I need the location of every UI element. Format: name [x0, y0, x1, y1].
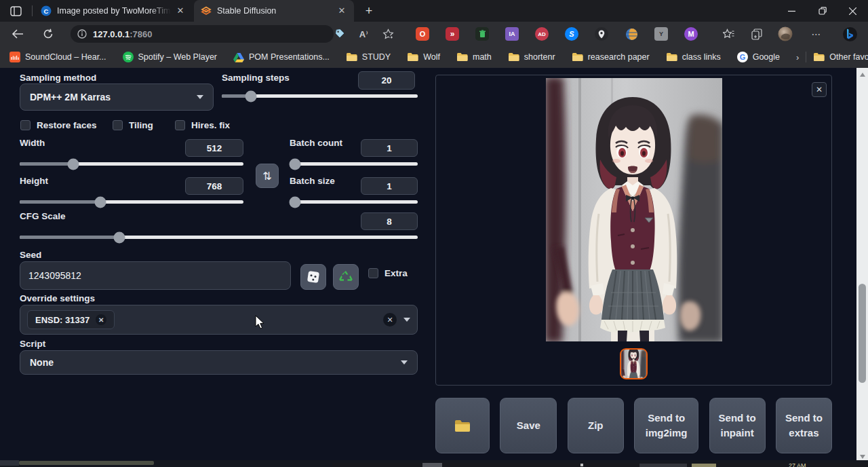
bookmark-study[interactable]: STUDY: [346, 52, 391, 62]
sampling-steps-value[interactable]: 20: [358, 71, 415, 90]
favorite-star-icon[interactable]: [380, 26, 395, 41]
chevron-down-icon[interactable]: [403, 318, 410, 322]
send-to-extras-button[interactable]: Send to extras: [776, 398, 832, 453]
bookmark-spotify[interactable]: Spotify – Web Player: [123, 52, 218, 62]
screen: C Image posted by TwoMoreTimes ✕ Stable …: [0, 0, 868, 467]
bookmark-math[interactable]: math: [456, 52, 492, 62]
back-icon[interactable]: [10, 26, 25, 41]
bookmark-shortenr[interactable]: shortenr: [508, 52, 555, 62]
taskbar-app-icon[interactable]: [422, 463, 442, 467]
collections-add-icon[interactable]: [749, 26, 764, 41]
extra-checkbox[interactable]: [368, 268, 378, 278]
slider-knob[interactable]: [289, 196, 300, 208]
override-settings-box[interactable]: ENSD: 31337 ✕ ✕: [20, 305, 418, 335]
bing-copilot-icon[interactable]: [841, 26, 859, 41]
hires-fix-option[interactable]: Hires. fix: [175, 120, 230, 130]
tab-close-icon[interactable]: ✕: [175, 5, 186, 16]
minimize-button[interactable]: [776, 0, 807, 22]
folder-icon: [666, 52, 677, 62]
extension-o-icon[interactable]: O: [415, 26, 430, 41]
cfg-scale-slider[interactable]: [20, 236, 418, 239]
swap-dimensions-button[interactable]: ⇅: [256, 164, 279, 188]
slider-knob[interactable]: [113, 231, 125, 243]
extension-speed-icon[interactable]: »: [445, 26, 460, 41]
cfg-scale-value[interactable]: 8: [361, 212, 418, 230]
refresh-icon[interactable]: [41, 26, 56, 41]
height-value[interactable]: 768: [185, 177, 243, 195]
hires-fix-checkbox[interactable]: [175, 120, 185, 130]
bookmark-wolf[interactable]: Wolf: [407, 52, 440, 62]
open-folder-button[interactable]: [435, 398, 490, 453]
scroll-up-icon[interactable]: [856, 69, 868, 79]
extension-pin-icon[interactable]: [594, 26, 609, 41]
reuse-seed-recycle-button[interactable]: [333, 264, 359, 290]
tab-image-posted[interactable]: C Image posted by TwoMoreTimes ✕: [34, 0, 193, 22]
shopping-tag-icon[interactable]: [332, 26, 347, 41]
bookmark-pom[interactable]: POM Presentations...: [233, 52, 330, 62]
extension-shazam-icon[interactable]: S: [564, 26, 579, 41]
tab-close-icon[interactable]: ✕: [336, 5, 347, 16]
extension-globe-icon[interactable]: [624, 26, 639, 41]
chip-remove-icon[interactable]: ✕: [96, 314, 106, 325]
profile-avatar[interactable]: [777, 26, 793, 41]
batch-count-slider[interactable]: [290, 162, 418, 166]
language-indicator[interactable]: [692, 464, 716, 467]
site-info-icon[interactable]: [77, 29, 87, 39]
close-window-button[interactable]: [837, 0, 868, 22]
sampling-method-dropdown[interactable]: DPM++ 2M Karras: [20, 83, 214, 111]
bookmark-google[interactable]: G Google: [737, 52, 780, 62]
bookmark-soundcloud[interactable]: SoundCloud – Hear...: [9, 52, 106, 62]
bookmark-research-paper[interactable]: reasearch paper: [572, 52, 650, 62]
batch-size-slider[interactable]: [290, 200, 418, 204]
tiling-option[interactable]: Tiling: [113, 120, 153, 130]
height-slider[interactable]: [20, 200, 243, 204]
restore-faces-checkbox[interactable]: [20, 120, 31, 130]
seed-input[interactable]: [20, 261, 291, 290]
slider-knob[interactable]: [245, 90, 257, 102]
extra-seed-option[interactable]: Extra: [368, 268, 408, 278]
random-seed-dice-button[interactable]: [300, 264, 326, 290]
workspaces-icon[interactable]: [8, 4, 23, 18]
tray-chevron-icon[interactable]: [580, 464, 583, 466]
bookmarks-overflow-chevron[interactable]: ›: [796, 52, 799, 62]
extension-ia-icon[interactable]: IA: [505, 26, 519, 41]
gallery-close-button[interactable]: ✕: [812, 82, 827, 97]
extension-y-icon[interactable]: Y: [654, 26, 669, 41]
extension-m-icon[interactable]: M: [684, 26, 698, 41]
zip-button[interactable]: Zip: [568, 398, 624, 453]
width-value[interactable]: 512: [185, 139, 243, 157]
send-to-img2img-button[interactable]: Send to img2img: [634, 398, 698, 453]
batch-size-value[interactable]: 1: [361, 177, 418, 195]
extension-ad-icon[interactable]: AD: [534, 26, 549, 41]
hscrollbar-thumb[interactable]: [19, 461, 154, 465]
extension-trash-icon[interactable]: [475, 26, 490, 41]
width-slider[interactable]: [20, 162, 243, 166]
override-chip[interactable]: ENSD: 31337 ✕: [27, 310, 115, 329]
sampling-steps-slider[interactable]: [222, 94, 418, 98]
scrollbar-thumb[interactable]: [859, 284, 866, 383]
more-menu-icon[interactable]: ⋯: [809, 26, 824, 41]
script-dropdown[interactable]: None: [20, 350, 418, 375]
save-button[interactable]: Save: [500, 398, 557, 453]
bookmark-other-favorites[interactable]: Other favorites: [813, 52, 868, 62]
slider-knob[interactable]: [94, 196, 106, 208]
restore-button[interactable]: [807, 0, 837, 22]
clear-all-icon[interactable]: ✕: [383, 313, 397, 326]
generated-image[interactable]: [546, 78, 722, 341]
slider-knob[interactable]: [289, 158, 300, 170]
tiling-checkbox[interactable]: [113, 120, 123, 130]
batch-count-value[interactable]: 1: [361, 139, 418, 157]
new-tab-button[interactable]: +: [361, 3, 376, 18]
tray-icons[interactable]: [639, 464, 687, 467]
slider-knob[interactable]: [68, 158, 79, 170]
bookmark-class-links[interactable]: class links: [666, 52, 721, 62]
vertical-scrollbar[interactable]: [856, 68, 868, 463]
read-aloud-icon[interactable]: A⁾: [356, 26, 371, 41]
tab-stable-diffusion[interactable]: Stable Diffusion ✕: [194, 0, 354, 22]
collections-star-icon[interactable]: [721, 26, 736, 41]
gallery-thumbnail-selected[interactable]: [620, 348, 648, 379]
restore-faces-option[interactable]: Restore faces: [20, 120, 97, 130]
send-to-inpaint-button[interactable]: Send to inpaint: [709, 398, 766, 453]
address-bar[interactable]: 127.0.0.1:7860: [71, 25, 334, 43]
recycle-icon: [338, 270, 353, 284]
